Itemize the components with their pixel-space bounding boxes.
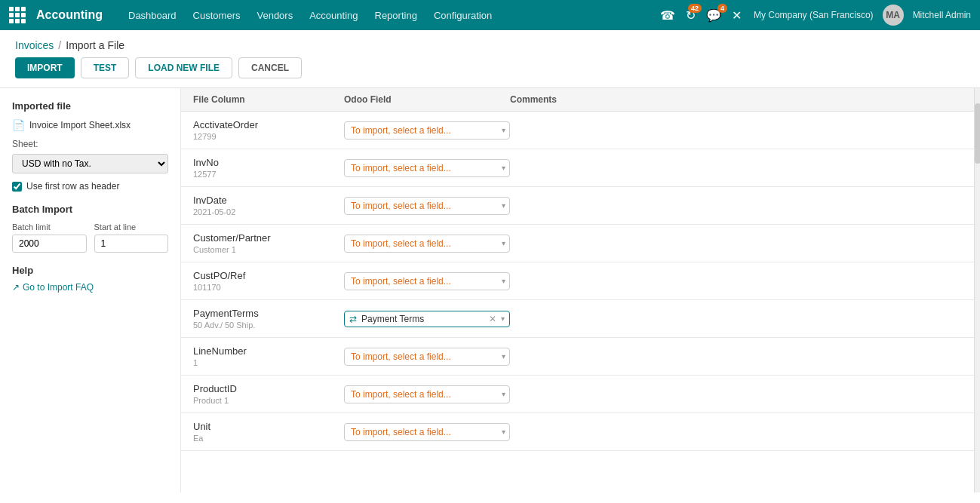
external-link-icon: ↗: [12, 282, 20, 293]
help-link-text: Go to Import FAQ: [23, 282, 94, 293]
nav-item-reporting[interactable]: Reporting: [367, 7, 425, 24]
scroll-thumb[interactable]: [975, 103, 980, 164]
company-name: My Company (San Francisco): [754, 10, 874, 20]
header-checkbox-row: Use first row as header: [12, 181, 168, 192]
column-name: Unit: [193, 421, 344, 432]
odoo-field-cell: To import, select a field... ▾: [344, 272, 510, 290]
scrollbar[interactable]: [974, 88, 980, 492]
field-select[interactable]: To import, select a field...: [344, 272, 510, 290]
field-select[interactable]: To import, select a field...: [344, 159, 510, 177]
refresh-button[interactable]: ↻ 42: [686, 8, 696, 23]
col-header-comments: Comments: [510, 94, 962, 105]
sample-value: 2021-05-02: [193, 207, 344, 216]
batch-import-title: Batch Import: [12, 204, 168, 215]
nav-item-vendors[interactable]: Vendors: [249, 7, 300, 24]
sample-value: 50 Adv./ 50 Ship.: [193, 321, 344, 330]
file-column-cell: InvDate 2021-05-02: [193, 195, 344, 216]
clear-payment-terms-button[interactable]: ✕: [489, 314, 496, 324]
breadcrumb-separator: /: [58, 39, 61, 51]
sample-value: Product 1: [193, 396, 344, 405]
file-info: 📄 Invoice Import Sheet.xlsx: [12, 119, 168, 131]
sample-value: 101170: [193, 283, 344, 292]
table-row: ProductID Product 1 To import, select a …: [181, 376, 974, 413]
load-new-file-button[interactable]: LOAD NEW FILE: [135, 57, 232, 78]
file-column-cell: LineNumber 1: [193, 345, 344, 367]
field-select[interactable]: To import, select a field...: [344, 235, 510, 253]
breadcrumb-current: Import a File: [66, 39, 124, 51]
file-column-cell: PaymentTerms 50 Adv./ 50 Ship.: [193, 308, 344, 330]
sample-value: 12799: [193, 132, 344, 141]
payment-terms-arrows-icon[interactable]: ▾: [501, 314, 505, 323]
refresh-badge: 42: [688, 4, 702, 13]
field-select-wrapper: To import, select a field... ▾: [344, 159, 510, 177]
field-select[interactable]: To import, select a field...: [344, 348, 510, 366]
breadcrumb-parent[interactable]: Invoices: [15, 39, 54, 51]
field-select-wrapper: To import, select a field... ▾: [344, 272, 510, 290]
field-select-wrapper: To import, select a field... ▾: [344, 423, 510, 441]
table-row: CustPO/Ref 101170 To import, select a fi…: [181, 262, 974, 300]
sample-value: 12577: [193, 170, 344, 179]
field-select[interactable]: To import, select a field...: [344, 385, 510, 403]
help-link[interactable]: ↗ Go to Import FAQ: [12, 282, 168, 293]
app-grid-icon[interactable]: [9, 7, 26, 23]
batch-limit-input[interactable]: 2000: [12, 235, 87, 253]
help-title: Help: [12, 265, 168, 276]
imported-file-title: Imported file: [12, 100, 168, 112]
file-column-cell: InvNo 12577: [193, 157, 344, 179]
file-column-cell: Unit Ea: [193, 421, 344, 443]
sample-value: 1: [193, 358, 344, 367]
start-at-line-input[interactable]: 1: [94, 235, 169, 253]
file-name: Invoice Import Sheet.xlsx: [29, 120, 131, 130]
odoo-field-cell: To import, select a field... ▾: [344, 159, 510, 177]
col-header-odoo: Odoo Field: [344, 94, 510, 105]
field-select-wrapper: To import, select a field... ▾: [344, 197, 510, 215]
field-select[interactable]: To import, select a field...: [344, 197, 510, 215]
breadcrumb: Invoices / Import a File: [0, 30, 980, 57]
nav-item-dashboard[interactable]: Dashboard: [121, 7, 184, 24]
field-select[interactable]: To import, select a field...: [344, 121, 510, 140]
avatar: MA: [883, 5, 904, 26]
field-select[interactable]: To import, select a field...: [344, 423, 510, 441]
phone-button[interactable]: ☎: [660, 8, 675, 23]
table-row: LineNumber 1 To import, select a field..…: [181, 338, 974, 376]
odoo-field-cell: To import, select a field... ▾: [344, 235, 510, 253]
test-button[interactable]: TEST: [81, 57, 130, 78]
table-row: Unit Ea To import, select a field... ▾: [181, 413, 974, 451]
sample-value: Customer 1: [193, 245, 344, 254]
payment-terms-field-wrapper: ⇄ Payment Terms ✕ ▾: [344, 311, 510, 327]
app-title: Accounting: [36, 8, 103, 22]
nav-item-customers[interactable]: Customers: [186, 7, 248, 24]
import-button[interactable]: IMPORT: [15, 57, 75, 78]
sheet-label: Sheet:: [12, 139, 168, 149]
payment-terms-field-text: Payment Terms: [361, 314, 484, 324]
file-column-cell: ProductID Product 1: [193, 383, 344, 405]
column-name: Customer/Partner: [193, 232, 344, 244]
mapping-table-header: File Column Odoo Field Comments: [181, 88, 974, 112]
column-name: InvNo: [193, 157, 344, 168]
nav-icons: ☎ ↻ 42 💬 4 ✕ My Company (San Francisco) …: [660, 5, 971, 26]
sample-value: Ea: [193, 434, 344, 443]
batch-fields: Batch limit 2000 Start at line 1: [12, 222, 168, 253]
column-name: InvDate: [193, 195, 344, 206]
odoo-field-cell: ⇄ Payment Terms ✕ ▾: [344, 311, 510, 327]
mapping-content: File Column Odoo Field Comments Acctivat…: [181, 88, 974, 492]
close-button[interactable]: ✕: [732, 8, 742, 23]
sheet-select[interactable]: USD with no Tax.: [12, 154, 168, 173]
nav-item-accounting[interactable]: Accounting: [302, 7, 365, 24]
file-column-cell: Customer/Partner Customer 1: [193, 232, 344, 254]
batch-limit-label: Batch limit: [12, 222, 87, 232]
field-select-wrapper: To import, select a field... ▾: [344, 348, 510, 366]
cancel-button[interactable]: CANCEL: [238, 57, 302, 78]
column-name: ProductID: [193, 383, 344, 394]
table-row: AcctivateOrder 12799 To import, select a…: [181, 112, 974, 149]
table-row: Customer/Partner Customer 1 To import, s…: [181, 225, 974, 262]
header-checkbox[interactable]: [12, 182, 22, 192]
top-navigation: Accounting Dashboard Customers Vendors A…: [0, 0, 980, 30]
table-row: InvDate 2021-05-02 To import, select a f…: [181, 187, 974, 225]
batch-limit-field: Batch limit 2000: [12, 222, 87, 253]
message-button[interactable]: 💬 4: [706, 8, 721, 23]
nav-items: Dashboard Customers Vendors Accounting R…: [121, 7, 657, 24]
table-row: InvNo 12577 To import, select a field...…: [181, 149, 974, 187]
nav-item-configuration[interactable]: Configuration: [426, 7, 499, 24]
message-badge: 4: [717, 4, 727, 13]
